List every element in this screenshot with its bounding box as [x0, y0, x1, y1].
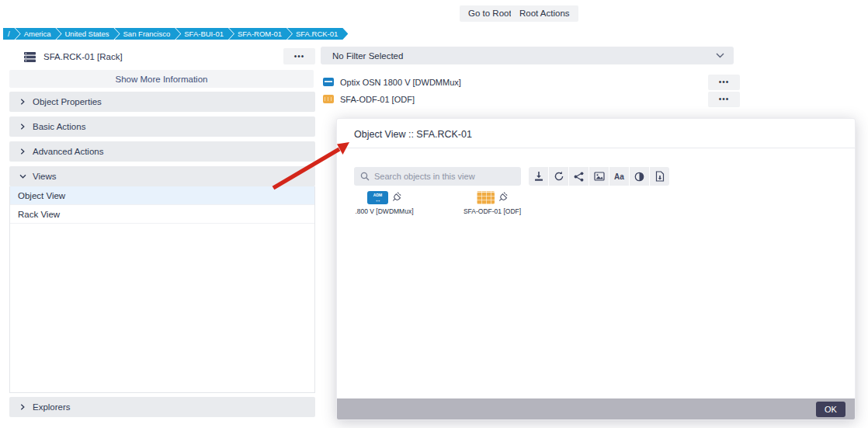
- search-box[interactable]: [354, 167, 521, 186]
- dialog-toolbar: Aa: [354, 167, 669, 186]
- canvas-object-dwdm-mux[interactable]: ADM ↔ .800 V [DWDMMux]: [347, 191, 422, 215]
- contrast-icon: [634, 172, 644, 182]
- breadcrumb-item-sfa-rom-01[interactable]: SFA-ROM-01: [229, 28, 292, 40]
- breadcrumb-item-san-francisco[interactable]: San Francisco: [115, 28, 181, 40]
- list-item-odf-more-button[interactable]: •••: [708, 92, 740, 107]
- accordion-explorers[interactable]: Explorers: [9, 397, 315, 417]
- chevron-right-icon: [19, 148, 26, 155]
- accordion-label: Object Properties: [33, 97, 102, 106]
- object-view-dialog: Object View :: SFA.RCK-01: [336, 118, 856, 420]
- canvas-object-odf[interactable]: SFA-ODF-01 [ODF]: [455, 191, 529, 215]
- accordion-label: Views: [33, 172, 56, 181]
- export-document-button[interactable]: [650, 167, 669, 186]
- list-item-dwdm-more-button[interactable]: •••: [708, 75, 740, 90]
- plug-status-icon: [498, 191, 508, 201]
- breadcrumb-item-america[interactable]: America: [16, 28, 61, 40]
- object-more-menu-button[interactable]: •••: [283, 48, 315, 64]
- refresh-button[interactable]: [549, 167, 568, 186]
- list-item-label: Optix OSN 1800 V [DWDMMux]: [340, 78, 461, 87]
- views-list: Object View Rack View: [9, 186, 315, 393]
- odf-icon: [323, 95, 334, 103]
- view-item-object-view[interactable]: Object View: [10, 186, 314, 205]
- accordion-basic-actions[interactable]: Basic Actions: [9, 117, 315, 137]
- export-document-icon: [655, 171, 665, 182]
- accordion-views[interactable]: Views: [9, 166, 315, 186]
- font-size-button[interactable]: Aa: [609, 167, 629, 186]
- font-size-icon: Aa: [614, 172, 624, 181]
- app-window: Go to Root Root Actions / America United…: [0, 0, 868, 428]
- accordion-label: Explorers: [33, 402, 71, 412]
- image-icon: [594, 172, 605, 181]
- selected-object-title: SFA.RCK-01 [Rack]: [43, 52, 123, 61]
- dialog-title: Object View :: SFA.RCK-01: [337, 119, 855, 148]
- chevron-right-icon: [19, 124, 26, 130]
- search-input[interactable]: [374, 172, 506, 181]
- odf-icon: [477, 191, 495, 204]
- refresh-icon: [554, 171, 564, 182]
- rack-icon: [9, 51, 36, 63]
- list-item-dwdm-mux[interactable]: Optix OSN 1800 V [DWDMMux]: [321, 75, 734, 89]
- chevron-right-icon: [19, 404, 26, 410]
- dialog-footer: OK: [337, 398, 855, 419]
- chevron-down-icon: [716, 53, 724, 58]
- accordion-advanced-actions[interactable]: Advanced Actions: [9, 141, 315, 162]
- bidirectional-arrow-glyph: ↔: [375, 197, 381, 203]
- breadcrumb-item-sfa-rck-01[interactable]: SFA.RCK-01: [287, 28, 348, 40]
- breadcrumb-item-sfa-bui-01[interactable]: SFA-BUI-01: [175, 28, 234, 40]
- download-button[interactable]: [529, 167, 548, 186]
- accordion-label: Advanced Actions: [33, 147, 103, 156]
- dwdm-mux-icon: [323, 78, 334, 86]
- list-item-odf[interactable]: SFA-ODF-01 [ODF]: [321, 92, 734, 106]
- root-actions-button[interactable]: Root Actions: [511, 5, 578, 22]
- dwdm-mux-icon: ADM ↔: [367, 191, 388, 204]
- accordion-label: Basic Actions: [33, 122, 85, 131]
- canvas-object-label: .800 V [DWDMMux]: [347, 207, 422, 215]
- breadcrumb-item-united-states[interactable]: United States: [56, 28, 119, 40]
- search-icon: [360, 172, 370, 181]
- plug-status-icon: [391, 191, 401, 201]
- filter-dropdown[interactable]: No Filter Selected: [321, 47, 734, 64]
- show-more-information-button[interactable]: Show More Information: [9, 70, 314, 88]
- download-icon: [533, 171, 544, 182]
- canvas-object-label: SFA-ODF-01 [ODF]: [455, 207, 529, 215]
- image-export-button[interactable]: [589, 167, 609, 186]
- chevron-down-icon: [19, 173, 26, 179]
- share-button[interactable]: [569, 167, 589, 186]
- ok-button[interactable]: OK: [816, 402, 845, 417]
- list-item-label: SFA-ODF-01 [ODF]: [340, 95, 415, 104]
- breadcrumb: / America United States San Francisco SF…: [3, 28, 348, 40]
- accordion-object-properties[interactable]: Object Properties: [9, 92, 315, 112]
- selected-object-header: SFA.RCK-01 [Rack]: [9, 47, 315, 67]
- contrast-button[interactable]: [630, 167, 649, 186]
- view-item-rack-view[interactable]: Rack View: [10, 205, 314, 224]
- filter-value: No Filter Selected: [332, 51, 403, 61]
- chevron-right-icon: [19, 99, 26, 105]
- share-icon: [574, 172, 584, 182]
